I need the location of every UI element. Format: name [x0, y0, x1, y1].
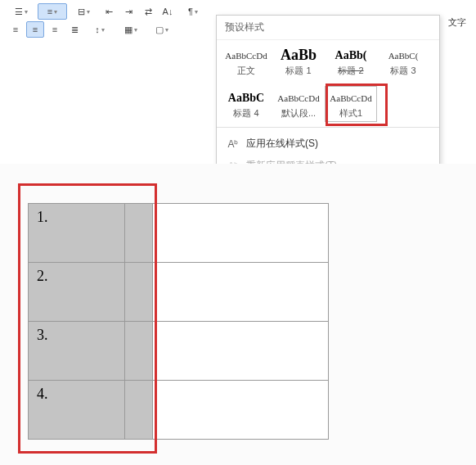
table-cell[interactable] — [125, 322, 153, 381]
style-preview: AaBbCcDd — [277, 89, 319, 107]
list-multi-icon: ⊟ — [78, 7, 85, 17]
style-name: 标题 4 — [233, 107, 258, 120]
table-row[interactable]: 4. — [29, 381, 153, 440]
tabs-icon: ⇄ — [145, 7, 152, 17]
table-cell[interactable] — [153, 381, 329, 440]
line-spacing-icon: ↕ — [95, 25, 100, 34]
menu-label: 应用在线样式(S) — [246, 137, 318, 151]
paragraph-mark-button[interactable]: ¶▾ — [178, 3, 208, 20]
indent-increase-button[interactable]: ⇥ — [119, 3, 137, 20]
table-cell[interactable] — [125, 263, 153, 322]
list-multilevel-button[interactable]: ⊟▾ — [69, 3, 98, 20]
separator — [217, 127, 439, 128]
style-item-heading1[interactable]: AaBb 标题 1 — [272, 43, 325, 79]
table-cell[interactable]: 1. — [29, 204, 125, 263]
line-spacing-button[interactable]: ↕▾ — [85, 21, 115, 38]
table-row[interactable]: 1. — [29, 204, 153, 263]
style-preview: AaBb — [281, 47, 317, 65]
para-icon: ¶ — [188, 7, 193, 16]
style-name: 标题 2 — [338, 65, 363, 77]
tabs-button[interactable]: ⇄ — [139, 3, 157, 20]
style-name: 正文 — [237, 65, 255, 77]
shading-icon: ▦ — [124, 25, 132, 35]
style-preview: AaBbCcDd — [330, 89, 371, 107]
style-preview: AaBbCcDd — [225, 47, 267, 65]
table-cell[interactable]: 4. — [29, 381, 125, 440]
style-item-body[interactable]: AaBbCcDd 正文 — [220, 43, 272, 79]
styles-header: 预设样式 — [217, 16, 439, 40]
style-name: 默认段... — [281, 107, 316, 120]
right-panel-label: 文字 — [448, 16, 466, 29]
list-number-button[interactable]: ≡▾ — [38, 3, 67, 20]
style-item-style1[interactable]: AaBbCcDd 样式1 — [325, 86, 377, 122]
align-justify-button[interactable]: ≣ — [65, 21, 83, 38]
document-canvas: 1. 2. 3. 4. — [0, 164, 476, 465]
table-row[interactable] — [153, 322, 329, 381]
style-item-heading3[interactable]: AaBbC( 标题 3 — [377, 43, 429, 79]
list-number-icon: ≡ — [47, 7, 52, 16]
align-center-icon: ≡ — [33, 25, 38, 34]
table-cell[interactable] — [153, 322, 329, 381]
table-cell[interactable]: 3. — [29, 322, 125, 381]
menu-apply-online[interactable]: Aᵇ 应用在线样式(S) — [217, 133, 439, 155]
table-cell[interactable] — [125, 381, 153, 440]
online-icon: Aᵇ — [227, 138, 240, 151]
style-preview: AaBbC( — [388, 47, 419, 65]
style-name: 样式1 — [339, 107, 362, 120]
sort-button[interactable]: A↓ — [159, 3, 177, 20]
style-preview: AaBb( — [335, 47, 367, 65]
table-row[interactable] — [153, 263, 329, 322]
indent-inc-icon: ⇥ — [125, 7, 132, 17]
table-cell[interactable]: 2. — [29, 263, 125, 322]
style-name: 标题 3 — [390, 65, 415, 77]
table-cell[interactable] — [125, 204, 153, 263]
document-table-rest[interactable] — [152, 203, 329, 440]
style-preview: AaBbC — [228, 89, 264, 107]
border-icon: ▢ — [155, 25, 164, 35]
border-button[interactable]: ▢▾ — [147, 21, 177, 38]
table-row[interactable]: 2. — [29, 263, 153, 322]
indent-dec-icon: ⇤ — [106, 7, 113, 17]
align-right-icon: ≡ — [52, 25, 57, 34]
list-bullet-button[interactable]: ☰▾ — [7, 3, 36, 20]
styles-grid-row1: AaBbCcDd 正文 AaBb 标题 1 AaBb( 标题 2 AaBbC( … — [217, 40, 439, 83]
document-table-selected[interactable]: 1. 2. 3. 4. — [28, 203, 153, 440]
style-item-heading4[interactable]: AaBbC 标题 4 — [220, 86, 272, 122]
align-right-button[interactable]: ≡ — [46, 21, 64, 38]
indent-decrease-button[interactable]: ⇤ — [100, 3, 118, 20]
table-row[interactable] — [153, 204, 329, 263]
styles-grid-row2: AaBbC 标题 4 AaBbCcDd 默认段... AaBbCcDd 样式1 — [217, 83, 439, 125]
table-cell[interactable] — [153, 263, 329, 322]
table-cell[interactable] — [153, 204, 329, 263]
table-row[interactable] — [153, 381, 329, 440]
align-left-icon: ≡ — [13, 25, 18, 34]
style-item-heading2[interactable]: AaBb( 标题 2 — [325, 43, 377, 79]
sort-icon: A↓ — [163, 7, 173, 16]
toolbar-row: ☰▾ ≡▾ ⊟▾ ⇤ ⇥ ⇄ A↓ ¶▾ ≡ ≡ ≡ ≣ ↕▾ ▦▾ ▢▾ — [7, 3, 219, 38]
align-left-button[interactable]: ≡ — [7, 21, 25, 38]
align-justify-icon: ≣ — [71, 25, 79, 35]
table-row[interactable]: 3. — [29, 322, 153, 381]
style-item-default[interactable]: AaBbCcDd 默认段... — [272, 86, 325, 122]
align-center-button[interactable]: ≡ — [26, 21, 44, 38]
list-bullet-icon: ☰ — [15, 7, 23, 17]
style-name: 标题 1 — [285, 65, 311, 77]
shading-button[interactable]: ▦▾ — [116, 21, 146, 38]
